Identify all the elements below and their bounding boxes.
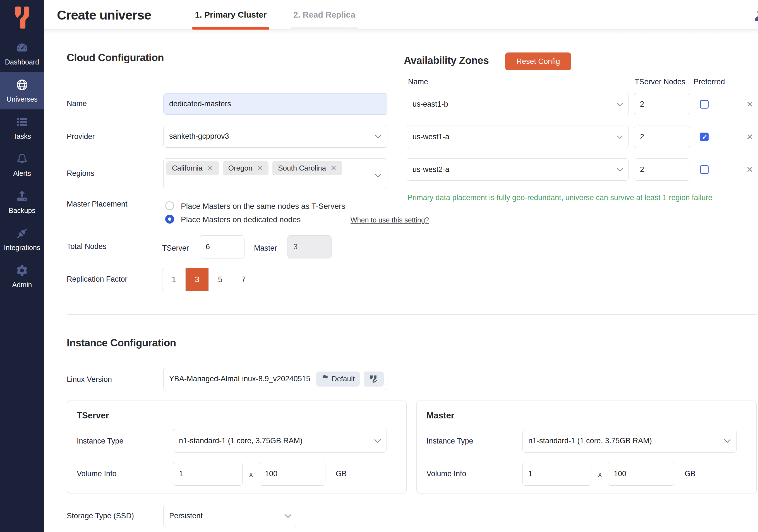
instance-type-label: Instance Type [77,437,123,445]
tab-primary-cluster[interactable]: 1. Primary Cluster [192,0,269,30]
remove-region-icon[interactable]: ✕ [207,164,213,172]
header-shadow [44,30,758,34]
az-zone-value: us-west2-a [412,165,613,174]
provider-label: Provider [67,132,95,141]
storage-type-label: Storage Type (SSD) [67,512,134,520]
sidebar-item-label: Backups [9,206,35,215]
volume-multiplier: x [249,470,253,479]
sidebar: Dashboard Universes Tasks Alerts Backups [0,0,44,532]
preferred-checkbox[interactable] [700,100,708,109]
volume-unit: GB [685,470,696,478]
yugabyte-logo[interactable] [0,0,44,35]
az-zone-select[interactable]: us-west1-a [407,125,629,148]
replication-factor-group: 1 3 5 7 [162,268,256,291]
name-label: Name [67,99,87,108]
section-divider [67,314,757,315]
regions-multiselect[interactable]: California✕ Oregon✕ South Carolina✕ [163,158,387,189]
universe-name-input[interactable] [163,93,387,115]
storage-type-select[interactable]: Persistent [163,505,297,527]
az-node-count-input[interactable] [634,125,690,148]
volume-count-input[interactable] [173,462,243,486]
remove-az-icon[interactable]: ✕ [746,100,753,109]
default-badge-label: Default [332,374,355,383]
linux-version-select[interactable]: YBA-Managed-AlmaLinux-8.9_v20240515 Defa… [163,368,387,390]
preferred-checkbox[interactable] [700,165,708,174]
replication-factor-label: Replication Factor [67,275,127,284]
chevron-down-icon [375,171,382,180]
volume-count-input[interactable] [523,462,591,486]
sidebar-item-tasks[interactable]: Tasks [0,109,44,147]
create-universe-page: Dashboard Universes Tasks Alerts Backups [0,0,758,532]
tserver-panel: TServer Instance Type n1-standard-1 (1 c… [67,401,407,493]
radio-masters-same-nodes[interactable] [165,201,174,210]
sidebar-item-label: Integrations [4,244,41,252]
master-panel: Master Instance Type n1-standard-1 (1 co… [416,401,757,493]
instance-configuration-heading: Instance Configuration [67,337,176,349]
sidebar-item-universes[interactable]: Universes [0,72,44,109]
sidebar-item-label: Alerts [13,169,31,178]
reset-config-button[interactable]: Reset Config [505,53,571,70]
sidebar-item-backups[interactable]: Backups [0,184,44,221]
page-header: Create universe 1. Primary Cluster 2. Re… [44,0,758,30]
yb-verified-icon [364,372,384,387]
chevron-down-icon [374,437,381,445]
user-profile-icon[interactable] [752,7,758,23]
gear-icon [16,264,28,278]
region-chip-label: California [172,164,203,172]
remove-az-icon[interactable]: ✕ [746,133,753,141]
volume-size-input[interactable] [259,462,326,486]
chevron-down-icon [617,165,623,174]
instance-type-value: n1-standard-1 (1 core, 3.75GB RAM) [179,437,371,445]
rf-option-5[interactable]: 5 [209,268,232,291]
gauge-icon [16,41,28,55]
provider-select[interactable]: sanketh-gcpprov3 [163,125,387,148]
default-badge: Default [316,372,360,387]
az-col-name: Name [408,78,428,86]
tserver-instance-type-select[interactable]: n1-standard-1 (1 core, 3.75GB RAM) [173,429,387,453]
preferred-checkbox[interactable] [700,132,708,141]
tab-label: 2. Read Replica [293,10,355,19]
region-chip-label: South Carolina [278,164,326,172]
az-zone-select[interactable]: us-east1-b [407,93,629,115]
master-instance-type-select[interactable]: n1-standard-1 (1 core, 3.75GB RAM) [523,429,737,453]
az-zone-select[interactable]: us-west2-a [407,158,629,181]
region-chip-label: Oregon [228,164,253,172]
rf-option-3[interactable]: 3 [186,268,209,291]
when-to-use-link[interactable]: When to use this setting? [351,216,429,224]
sidebar-item-alerts[interactable]: Alerts [0,147,44,184]
az-node-count-input[interactable] [634,93,690,115]
radio-masters-dedicated-nodes[interactable] [165,215,174,224]
az-node-count-input[interactable] [634,158,690,181]
instance-type-value: n1-standard-1 (1 core, 3.75GB RAM) [528,437,721,445]
rf-option-7[interactable]: 7 [232,268,255,291]
availability-zones-heading: Availability Zones [404,55,489,66]
volume-multiplier: x [598,470,602,479]
tserver-panel-heading: TServer [77,410,109,421]
region-chip: California✕ [166,161,219,175]
radio-label: Place Masters on dedicated nodes [181,215,301,224]
remove-region-icon[interactable]: ✕ [257,164,263,172]
instance-type-label: Instance Type [427,437,473,445]
chevron-down-icon [617,100,623,109]
remove-az-icon[interactable]: ✕ [746,165,753,174]
task-list-icon [16,116,28,129]
sidebar-item-integrations[interactable]: Integrations [0,221,44,258]
region-chip: Oregon✕ [223,161,269,175]
radio-label: Place Masters on the same nodes as T-Ser… [181,202,345,211]
chevron-down-icon [617,132,623,141]
tab-read-replica[interactable]: 2. Read Replica [291,0,358,30]
tserver-count-label: TServer [162,244,189,253]
sidebar-item-dashboard[interactable]: Dashboard [0,35,44,72]
volume-size-input[interactable] [608,462,674,486]
tserver-nodes-input[interactable] [200,235,245,259]
sidebar-item-label: Tasks [13,132,31,140]
az-zone-value: us-west1-a [412,132,613,141]
linux-version-label: Linux Version [67,375,112,384]
rf-option-1[interactable]: 1 [162,268,186,291]
sidebar-item-admin[interactable]: Admin [0,258,44,295]
master-placement-label: Master Placement [67,200,127,208]
plug-icon [16,227,28,241]
az-col-preferred: Preferred [694,78,725,86]
remove-region-icon[interactable]: ✕ [330,164,337,172]
tab-label: 1. Primary Cluster [195,10,267,19]
